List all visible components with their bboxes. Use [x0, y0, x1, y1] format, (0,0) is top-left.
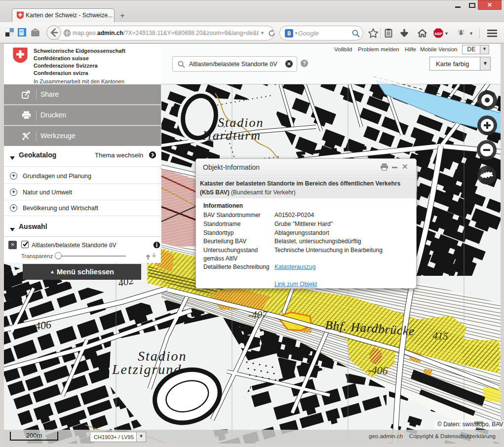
- svg-text:Hardturm: Hardturm: [202, 128, 261, 143]
- svg-text:415: 415: [432, 330, 449, 342]
- svg-text:ABP: ABP: [434, 32, 442, 36]
- svg-text:-407: -407: [248, 309, 268, 321]
- svg-text:Letzigrund: Letzigrund: [112, 362, 182, 377]
- svg-text:Stadion: Stadion: [218, 115, 264, 130]
- svg-text:406: 406: [34, 318, 52, 333]
- svg-text:-406: -406: [368, 364, 388, 377]
